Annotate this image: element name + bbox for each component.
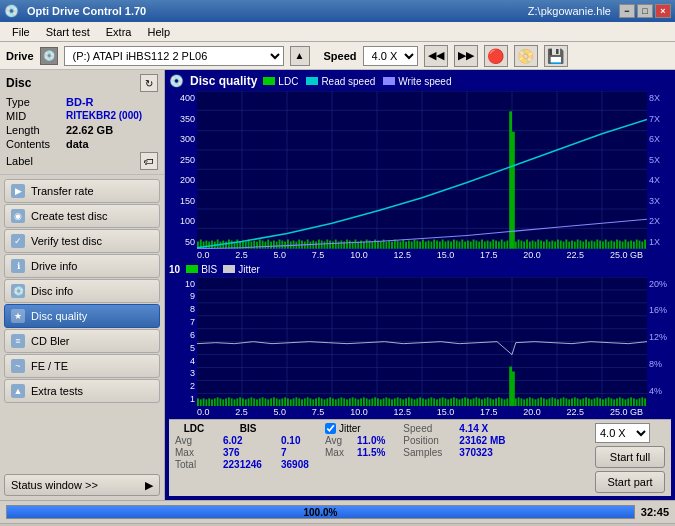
svg-rect-225 [267, 399, 269, 406]
disc-refresh-button[interactable]: ↻ [140, 74, 158, 92]
svg-rect-157 [585, 240, 587, 249]
svg-rect-297 [470, 399, 472, 406]
contents-key: Contents [6, 138, 66, 150]
svg-rect-115 [467, 241, 469, 249]
svg-rect-147 [557, 240, 559, 249]
titlebar: 💿 Opti Drive Control 1.70 Z:\pkgowanie.h… [0, 0, 675, 22]
label-button[interactable]: 🏷 [140, 152, 158, 170]
erase-button[interactable]: 🔴 [484, 45, 508, 67]
svg-rect-300 [478, 398, 480, 406]
svg-rect-97 [416, 241, 418, 249]
svg-rect-137 [529, 242, 531, 249]
nav-cd-bler[interactable]: ≡ CD Bler [4, 329, 160, 353]
svg-rect-86 [385, 242, 387, 249]
svg-rect-47 [276, 242, 278, 249]
close-button[interactable]: × [655, 4, 671, 18]
type-value: BD-R [66, 96, 94, 108]
svg-rect-257 [357, 399, 359, 406]
disc-info-icon: 💿 [11, 284, 25, 298]
svg-rect-217 [245, 399, 247, 406]
nav-extra-tests[interactable]: ▲ Extra tests [4, 379, 160, 403]
nav-verify-test-disc[interactable]: ✓ Verify test disc [4, 229, 160, 253]
status-window-button[interactable]: Status window >> ▶ [4, 474, 160, 496]
start-part-button[interactable]: Start part [595, 471, 665, 493]
svg-rect-227 [273, 397, 275, 406]
contents-value: data [66, 138, 89, 150]
svg-rect-146 [554, 242, 556, 249]
svg-rect-255 [352, 397, 354, 406]
progress-row: 100.0% 32:45 [0, 501, 675, 523]
svg-rect-353 [627, 398, 629, 406]
jitter-max-label: Max [325, 447, 353, 458]
burn-button[interactable]: 📀 [514, 45, 538, 67]
svg-rect-216 [242, 398, 244, 406]
svg-rect-40 [256, 242, 258, 249]
ldc-chart-inner [197, 91, 647, 249]
jitter-checkbox[interactable] [325, 423, 336, 434]
jitter-avg-val: 11.0% [357, 435, 385, 446]
svg-rect-335 [577, 398, 579, 406]
svg-rect-215 [239, 397, 241, 406]
svg-rect-338 [585, 397, 587, 406]
progress-bar-container: 100.0% [6, 505, 635, 519]
svg-rect-222 [259, 398, 261, 406]
menu-file[interactable]: File [4, 24, 38, 40]
drive-select[interactable]: (P:) ATAPI iHBS112 2 PL06 [64, 46, 284, 66]
drive-eject-button[interactable]: ▲ [290, 46, 310, 66]
nav-disc-info[interactable]: 💿 Disc info [4, 279, 160, 303]
svg-rect-170 [622, 242, 624, 249]
test-speed-select[interactable]: 4.0 X [595, 423, 650, 443]
nav-section: ▶ Transfer rate ◉ Create test disc ✓ Ver… [0, 175, 164, 470]
menu-extra[interactable]: Extra [98, 24, 140, 40]
svg-rect-55 [298, 240, 300, 249]
svg-rect-81 [371, 242, 373, 249]
nav-transfer-rate[interactable]: ▶ Transfer rate [4, 179, 160, 203]
svg-rect-312 [512, 371, 515, 406]
svg-rect-142 [543, 242, 545, 249]
svg-rect-321 [537, 398, 539, 406]
svg-rect-248 [332, 398, 334, 406]
svg-rect-213 [234, 399, 236, 406]
stats-area: LDC BIS Avg 6.02 0.10 Max 376 7 Total 22… [169, 419, 671, 496]
maximize-button[interactable]: □ [637, 4, 653, 18]
svg-rect-229 [279, 399, 281, 406]
start-full-button[interactable]: Start full [595, 446, 665, 468]
nav-fe-te[interactable]: ~ FE / TE [4, 354, 160, 378]
svg-rect-299 [475, 397, 477, 406]
svg-rect-318 [529, 397, 531, 406]
svg-rect-344 [602, 399, 604, 406]
nav-disc-quality[interactable]: ★ Disc quality [4, 304, 160, 328]
svg-rect-245 [324, 399, 326, 406]
nav-drive-info[interactable]: ℹ Drive info [4, 254, 160, 278]
minimize-button[interactable]: − [619, 4, 635, 18]
svg-rect-155 [580, 241, 582, 249]
svg-rect-210 [225, 398, 227, 406]
menu-help[interactable]: Help [139, 24, 178, 40]
forward-button[interactable]: ▶▶ [454, 45, 478, 67]
save-button[interactable]: 💾 [544, 45, 568, 67]
svg-rect-154 [577, 240, 579, 249]
svg-rect-293 [459, 399, 461, 406]
backward-button[interactable]: ◀◀ [424, 45, 448, 67]
svg-rect-265 [380, 399, 382, 406]
svg-rect-291 [453, 397, 455, 406]
menu-start-test[interactable]: Start test [38, 24, 98, 40]
svg-rect-23 [208, 242, 210, 249]
svg-rect-164 [605, 240, 607, 249]
legend-ldc-label: LDC [278, 76, 298, 87]
svg-rect-133 [518, 240, 520, 249]
svg-rect-204 [208, 398, 210, 406]
svg-rect-160 [594, 242, 596, 249]
bis-chart-inner [197, 277, 647, 406]
svg-rect-242 [315, 398, 317, 406]
svg-rect-262 [371, 398, 373, 406]
svg-rect-107 [445, 242, 447, 249]
svg-rect-92 [402, 240, 404, 249]
svg-rect-223 [262, 397, 264, 406]
svg-rect-114 [464, 242, 466, 249]
nav-create-test-disc[interactable]: ◉ Create test disc [4, 204, 160, 228]
speed-select[interactable]: 4.0 X [363, 46, 418, 66]
svg-rect-95 [411, 242, 413, 249]
svg-rect-264 [377, 398, 379, 406]
bis-legend-color [186, 265, 198, 273]
